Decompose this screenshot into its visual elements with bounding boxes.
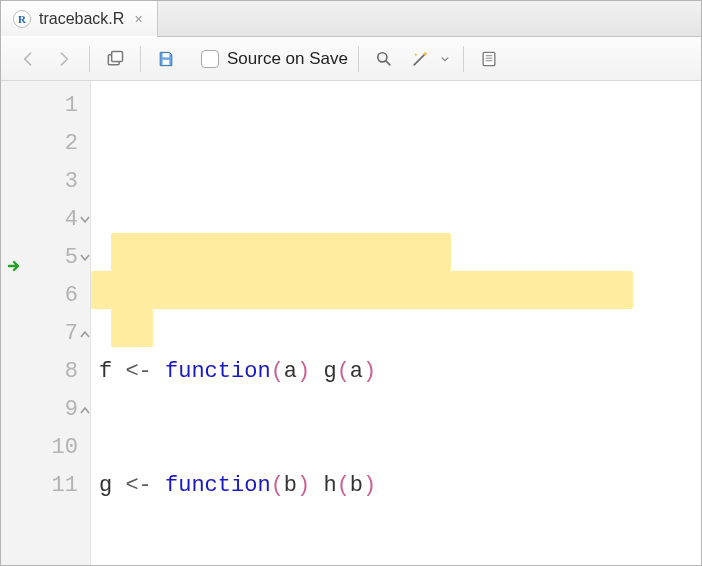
tab-file[interactable]: R traceback.R × (1, 1, 158, 36)
find-button[interactable] (369, 45, 399, 73)
show-in-new-window-button[interactable] (100, 45, 130, 73)
code-line: f <- function(a) g(a) (99, 353, 701, 391)
notebook-icon (479, 49, 499, 69)
source-on-save-checkbox[interactable]: Source on Save (201, 49, 348, 69)
arrow-left-icon (18, 49, 38, 69)
debug-highlight (111, 233, 451, 271)
checkbox-box-icon (201, 50, 219, 68)
fold-close-icon[interactable] (79, 328, 91, 340)
popout-icon (105, 49, 125, 69)
gutter-line: 8 (1, 353, 90, 391)
arrow-right-icon (54, 49, 74, 69)
code-editor[interactable]: 1 2 3 4 5 6 7 8 9 10 11 f <- function(a)… (1, 81, 701, 565)
gutter-line: 3 (1, 163, 90, 201)
toolbar-separator (463, 46, 464, 72)
svg-rect-4 (163, 53, 170, 57)
gutter-line: 1 (1, 87, 90, 125)
tab-bar-fill (158, 1, 701, 36)
chevron-down-icon (438, 49, 452, 69)
toolbar-separator (140, 46, 141, 72)
tab-label: traceback.R (39, 10, 124, 28)
toolbar-separator (89, 46, 90, 72)
gutter-line: 10 (1, 429, 90, 467)
search-icon (374, 49, 394, 69)
source-on-save-label: Source on Save (227, 49, 348, 69)
gutter-line: 5 (1, 239, 90, 277)
code-tools-dropdown[interactable] (437, 45, 453, 73)
debug-highlight (111, 309, 153, 347)
code-area[interactable]: f <- function(a) g(a) g <- function(b) h… (91, 81, 701, 565)
fold-open-icon[interactable] (79, 252, 91, 264)
code-tools-button[interactable] (405, 45, 435, 73)
svg-rect-7 (483, 52, 495, 65)
debug-highlight (91, 271, 633, 309)
tab-bar: R traceback.R × (1, 1, 701, 37)
gutter-line: 11 (1, 467, 90, 505)
svg-rect-5 (163, 59, 170, 64)
gutter-line: 4 (1, 201, 90, 239)
compile-report-button[interactable] (474, 45, 504, 73)
fold-open-icon[interactable] (79, 214, 91, 226)
toolbar: Source on Save (1, 37, 701, 81)
editor-window: R traceback.R × Source on Save (0, 0, 702, 566)
wand-icon (410, 49, 430, 69)
svg-text:R: R (18, 13, 27, 25)
gutter-line: 2 (1, 125, 90, 163)
execution-arrow-icon (7, 258, 23, 274)
gutter-line: 6 (1, 277, 90, 315)
toolbar-separator (358, 46, 359, 72)
gutter-line: 9 (1, 391, 90, 429)
gutter[interactable]: 1 2 3 4 5 6 7 8 9 10 11 (1, 81, 91, 565)
code-line: g <- function(b) h(b) (99, 467, 701, 505)
tab-close-icon[interactable]: × (132, 11, 144, 27)
fold-close-icon[interactable] (79, 404, 91, 416)
nav-back-button[interactable] (13, 45, 43, 73)
save-icon (156, 49, 176, 69)
save-button[interactable] (151, 45, 181, 73)
gutter-line: 7 (1, 315, 90, 353)
nav-forward-button[interactable] (49, 45, 79, 73)
r-file-icon: R (13, 10, 31, 28)
svg-rect-3 (112, 51, 123, 61)
